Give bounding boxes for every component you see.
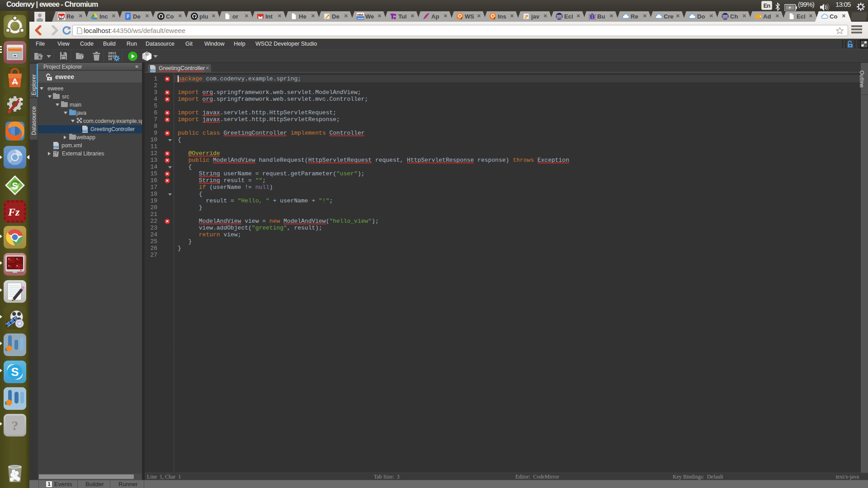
svg-text:?: ? bbox=[12, 418, 19, 433]
svg-text:S: S bbox=[11, 365, 19, 379]
svg-text:>_: >_ bbox=[8, 264, 12, 267]
svg-text:90+: 90+ bbox=[59, 17, 64, 20]
svg-text:2: 2 bbox=[461, 17, 462, 20]
svg-text:JAVA: JAVA bbox=[82, 130, 87, 132]
svg-text:pom: pom bbox=[54, 145, 58, 148]
svg-text:A: A bbox=[12, 77, 18, 86]
svg-text:S: S bbox=[12, 181, 18, 191]
svg-text:4: 4 bbox=[362, 13, 363, 16]
svg-text:Fz: Fz bbox=[8, 206, 20, 218]
svg-text:>_: >_ bbox=[16, 258, 20, 261]
svg-text:JAVA: JAVA bbox=[150, 69, 155, 71]
svg-text:2: 2 bbox=[494, 17, 495, 20]
svg-text:>_: >_ bbox=[8, 258, 12, 261]
svg-text:>_: >_ bbox=[16, 264, 20, 267]
svg-text:JAVA: JAVA bbox=[357, 17, 364, 20]
